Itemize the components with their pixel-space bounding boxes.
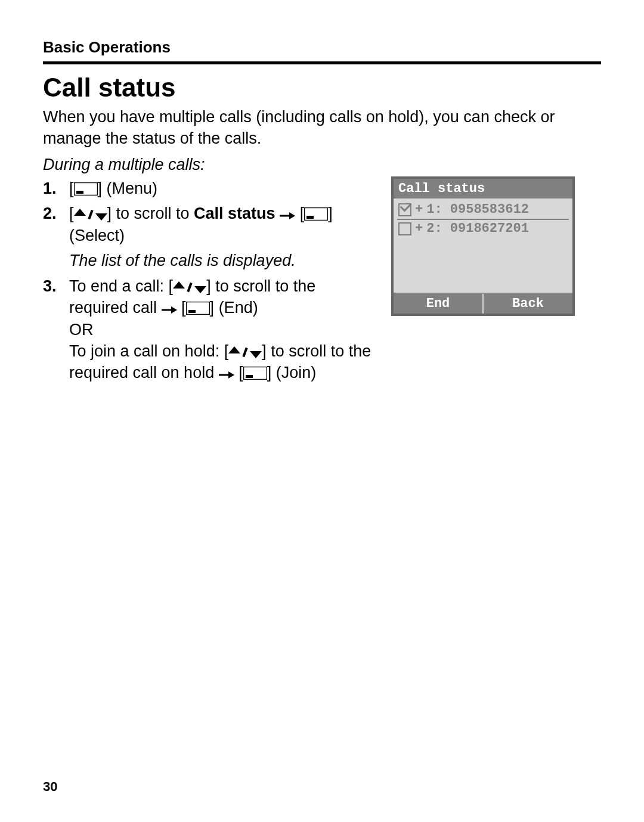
- call-number: 1: 0958583612: [426, 201, 529, 219]
- close-bracket: ]: [206, 277, 211, 295]
- plus-icon: +: [415, 220, 423, 238]
- step-text: (Select): [69, 227, 125, 244]
- close-bracket: ]: [262, 342, 267, 360]
- softkey-icon: [74, 182, 98, 196]
- checked-box-icon: [398, 203, 411, 216]
- step-number: 1.: [43, 178, 61, 199]
- open-bracket: [: [300, 204, 305, 222]
- up-down-icon: [228, 346, 262, 358]
- open-bracket: [: [224, 342, 229, 360]
- step-number: 2.: [43, 203, 61, 271]
- step-bold: Call status: [194, 204, 275, 222]
- arrow-right-icon: [280, 211, 295, 221]
- phone-screen-mock: Call status + 1: 0958583612 + 2: 0918627…: [391, 176, 575, 316]
- softkey-icon: [243, 367, 267, 380]
- open-bracket: [: [169, 277, 174, 295]
- call-row: + 2: 0918627201: [397, 220, 569, 238]
- step-number: 3.: [43, 275, 61, 384]
- softkey-icon: [304, 207, 328, 221]
- close-bracket: ]: [107, 204, 112, 222]
- step-text: (Join): [271, 364, 316, 381]
- softkey-icon: [186, 302, 210, 315]
- subheading-during-calls: During a multiple calls:: [43, 156, 601, 174]
- page-title: Call status: [43, 73, 601, 103]
- close-bracket: ]: [210, 299, 215, 317]
- arrow-right-icon: [219, 370, 234, 380]
- plus-icon: +: [415, 201, 423, 219]
- step-1: 1. [] (Menu): [43, 178, 377, 199]
- softkey-back: Back: [482, 294, 572, 314]
- step-text: (Menu): [102, 179, 157, 197]
- open-bracket: [: [69, 204, 74, 222]
- step-3: 3. To end a call: [] to scroll to the re…: [43, 275, 377, 384]
- close-bracket: ]: [98, 179, 103, 197]
- section-rule: [43, 61, 601, 64]
- call-number: 2: 0918627201: [426, 220, 529, 238]
- step-text: To join a call on hold:: [69, 342, 224, 360]
- step-text: To end a call:: [69, 277, 169, 295]
- section-label: Basic Operations: [43, 38, 601, 57]
- up-down-icon: [74, 209, 107, 221]
- phone-screen-body: + 1: 0958583612 + 2: 0918627201: [394, 198, 572, 293]
- open-bracket: [: [181, 299, 186, 317]
- step-note: The list of the calls is displayed.: [69, 250, 377, 271]
- close-bracket: ]: [328, 204, 333, 222]
- open-bracket: [: [239, 364, 243, 381]
- open-bracket: [: [69, 179, 74, 197]
- intro-paragraph: When you have multiple calls (including …: [43, 106, 601, 150]
- call-row: + 1: 0958583612: [397, 201, 569, 220]
- step-text: (End): [214, 299, 258, 317]
- page-number: 30: [43, 779, 57, 795]
- step-text: to scroll to: [112, 204, 194, 222]
- step-text: [275, 204, 280, 222]
- up-down-icon: [173, 281, 206, 293]
- phone-screen-title: Call status: [394, 179, 572, 198]
- step-2: 2. [] to scroll to Call status [] (Selec…: [43, 203, 377, 271]
- unchecked-box-icon: [398, 222, 411, 235]
- phone-softkeys: End Back: [394, 293, 572, 314]
- step-or: OR: [69, 321, 94, 339]
- arrow-right-icon: [162, 305, 177, 315]
- softkey-end: End: [394, 294, 482, 314]
